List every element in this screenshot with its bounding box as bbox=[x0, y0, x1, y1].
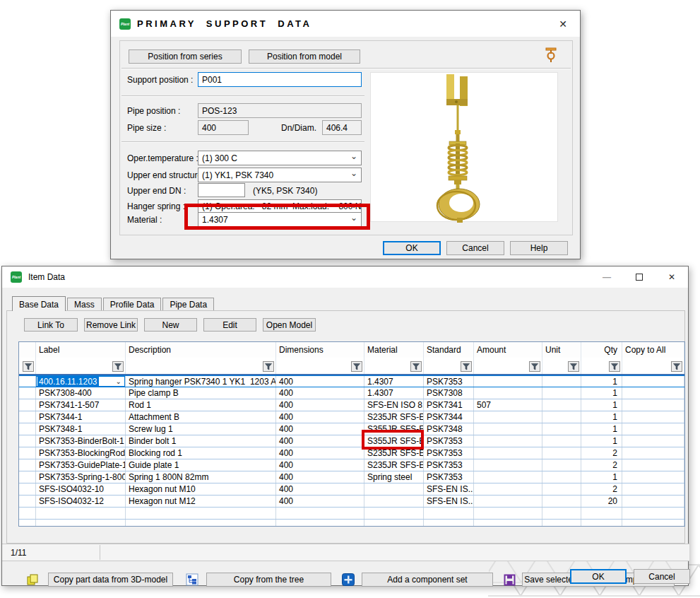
column-header-copy-to-all[interactable]: Copy to All bbox=[622, 342, 684, 358]
copy-part-data-button[interactable]: Copy part data from 3D-model bbox=[48, 573, 173, 587]
table-row[interactable]: PSK7353-BinderBolt-1Binder bolt 1400S355… bbox=[19, 435, 684, 447]
hanger-spring-dropdown[interactable]: (1) Oper.area: 82 mm Max.load: 800 N⌄ bbox=[198, 199, 362, 213]
row-marker-cell[interactable] bbox=[19, 435, 36, 447]
column-header-description[interactable]: Description bbox=[126, 342, 276, 358]
table-row[interactable]: PSK7344-1Attachment B400S235JR SFS-E...P… bbox=[19, 411, 684, 423]
new-button[interactable]: New bbox=[144, 318, 197, 332]
column-header-qty[interactable]: Qty bbox=[581, 342, 622, 358]
filter-funnel-button[interactable] bbox=[410, 361, 422, 372]
upper-end-structure-dropdown[interactable]: (1) YK1, PSK 7340⌄ bbox=[198, 168, 362, 182]
oper-temperature-dropdown[interactable]: (1) 300 C⌄ bbox=[198, 151, 362, 165]
table-row[interactable]: SFS-ISO4032-10Hexagon nut M10400SFS-EN I… bbox=[19, 483, 684, 496]
row-marker-cell[interactable] bbox=[19, 387, 36, 399]
pipe-position-input: POS-123 bbox=[198, 103, 362, 118]
table-row[interactable]: PSK7348-1Screw lug 1400S355JR SFS-E...PS… bbox=[19, 423, 684, 435]
open-model-button[interactable]: Open Model bbox=[263, 318, 316, 332]
row-marker-cell[interactable] bbox=[19, 399, 36, 411]
copy-from-tree-button[interactable]: Copy from the tree bbox=[206, 573, 331, 587]
material-dropdown[interactable]: 1.4307⌄ bbox=[198, 212, 362, 227]
row-marker-cell[interactable] bbox=[19, 376, 36, 387]
table-row[interactable]: PSK7341-1-507Rod 1400SFS-EN ISO 8...PSK7… bbox=[19, 399, 684, 411]
filter-funnel-button[interactable] bbox=[671, 361, 682, 372]
upper-end-dn-hint: (YK5, PSK 7340) bbox=[253, 186, 317, 196]
edit-button[interactable]: Edit bbox=[203, 318, 256, 332]
upper-end-dn-input[interactable] bbox=[198, 183, 245, 197]
table-cell: S355JR SFS-E... bbox=[364, 435, 424, 447]
close-icon[interactable]: ✕ bbox=[655, 266, 688, 288]
filter-funnel-button[interactable] bbox=[112, 361, 124, 372]
table-cell bbox=[364, 508, 424, 519]
filter-funnel-button[interactable] bbox=[568, 361, 579, 372]
table-row[interactable]: 400.16.11.1203⌄Spring hanger PSK7340 1 Y… bbox=[19, 375, 684, 387]
table-row[interactable]: PSK7353-GuidePlate-1Guide plate 1400S235… bbox=[19, 459, 684, 471]
table-cell bbox=[364, 496, 424, 507]
table-cell bbox=[622, 387, 684, 399]
column-header-label[interactable]: Label bbox=[36, 342, 126, 358]
table-row[interactable]: PSK7353-BlockingRod-1Blocking rod 1400S2… bbox=[19, 447, 684, 459]
filter-funnel-button[interactable] bbox=[461, 361, 472, 372]
tree-icon[interactable] bbox=[185, 573, 199, 587]
copy-3d-icon[interactable] bbox=[25, 573, 40, 587]
ok-button[interactable]: OK bbox=[383, 241, 441, 255]
table-cell: 1 bbox=[581, 423, 622, 435]
support-position-input[interactable]: P001 bbox=[198, 72, 362, 87]
plus-icon[interactable] bbox=[341, 573, 355, 587]
table-row[interactable]: SFS-ISO4032-12Hexagon nut M12400SFS-EN I… bbox=[19, 496, 684, 508]
help-button[interactable]: Help bbox=[510, 241, 568, 255]
column-header-marker[interactable] bbox=[19, 342, 36, 358]
table-cell bbox=[542, 496, 581, 507]
filter-cell-unit bbox=[542, 358, 581, 374]
column-header-amount[interactable]: Amount bbox=[474, 342, 542, 358]
tab-profile-data[interactable]: Profile Data bbox=[103, 298, 162, 310]
maximize-icon[interactable] bbox=[623, 266, 655, 288]
table-row-empty bbox=[19, 520, 684, 526]
table-cell bbox=[622, 483, 684, 495]
filter-cell-description bbox=[126, 358, 276, 374]
table-cell: 400 bbox=[276, 399, 364, 411]
filter-funnel-button[interactable] bbox=[23, 361, 34, 372]
filter-funnel-icon bbox=[25, 363, 32, 370]
table-cell bbox=[542, 411, 581, 423]
table-cell bbox=[542, 435, 581, 447]
table-cell bbox=[474, 520, 542, 526]
row-marker-cell[interactable] bbox=[19, 423, 36, 435]
filter-funnel-button[interactable] bbox=[609, 361, 620, 372]
table-cell: PSK7353 bbox=[424, 376, 474, 387]
ok-button[interactable]: OK bbox=[570, 569, 627, 584]
close-icon[interactable]: ✕ bbox=[556, 17, 570, 31]
cancel-button[interactable]: Cancel bbox=[634, 569, 690, 584]
row-marker-cell[interactable] bbox=[19, 459, 36, 471]
tab-base-data[interactable]: Base Data bbox=[12, 296, 66, 311]
row-marker-cell[interactable] bbox=[19, 447, 36, 459]
column-header-dimensions[interactable]: Dimensions bbox=[276, 342, 364, 358]
support-hanger-icon[interactable] bbox=[544, 47, 558, 64]
table-cell: Spring hanger PSK7340 1 YK1 1203 AK... bbox=[126, 376, 276, 387]
column-header-unit[interactable]: Unit bbox=[542, 342, 581, 358]
row-marker-cell[interactable] bbox=[19, 483, 36, 495]
column-header-material[interactable]: Material bbox=[364, 342, 424, 358]
tab-pipe-data[interactable]: Pipe Data bbox=[162, 298, 214, 310]
filter-funnel-button[interactable] bbox=[529, 361, 540, 372]
position-from-series-button[interactable]: Position from series bbox=[129, 49, 242, 64]
filter-funnel-button[interactable] bbox=[351, 361, 362, 372]
link-to-button[interactable]: Link To bbox=[24, 318, 78, 332]
row-marker-cell[interactable] bbox=[19, 471, 36, 483]
table-row[interactable]: PSK7353-Spring-1-800-...Spring 1 800N 82… bbox=[19, 471, 684, 483]
minimize-icon[interactable]: — bbox=[591, 266, 623, 288]
filter-funnel-button[interactable] bbox=[263, 361, 274, 372]
label-combobox[interactable]: 400.16.11.1203⌄ bbox=[36, 376, 125, 387]
cancel-button[interactable]: Cancel bbox=[446, 241, 504, 255]
status-bar: 1/11 bbox=[2, 544, 689, 561]
tab-mass[interactable]: Mass bbox=[67, 298, 102, 310]
position-from-model-button[interactable]: Position from model bbox=[249, 49, 360, 64]
remove-link-button[interactable]: Remove Link bbox=[84, 318, 138, 332]
row-marker-cell[interactable] bbox=[19, 496, 36, 507]
table-cell bbox=[622, 411, 684, 423]
column-header-standard[interactable]: Standard bbox=[424, 342, 474, 358]
add-component-set-button[interactable]: Add a component set bbox=[362, 573, 493, 587]
table-cell bbox=[364, 520, 424, 526]
save-icon[interactable] bbox=[502, 573, 516, 587]
table-row[interactable]: PSK7308-400Pipe clamp B4001.4307PSK73081 bbox=[19, 387, 684, 399]
row-marker-cell[interactable] bbox=[19, 411, 36, 423]
filter-funnel-icon bbox=[413, 363, 420, 370]
